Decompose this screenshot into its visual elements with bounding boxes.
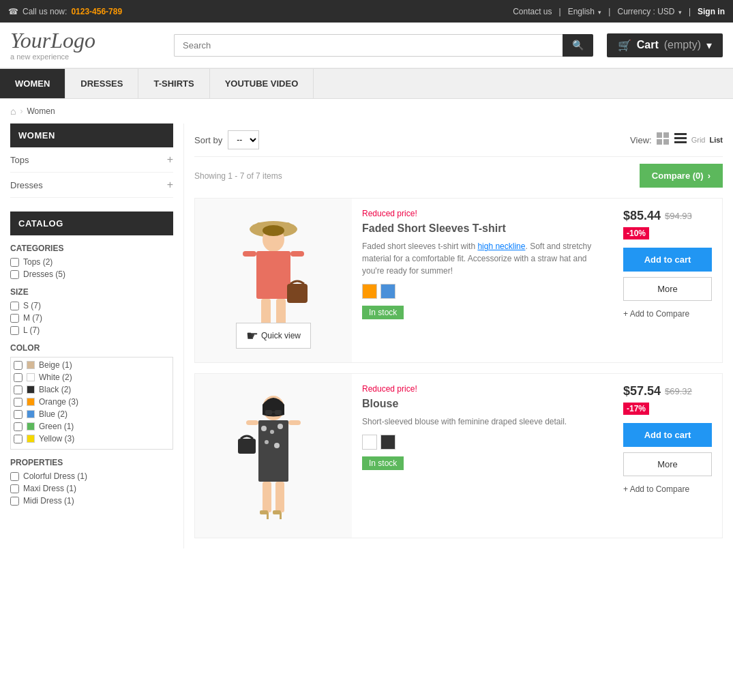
cart-button[interactable]: 🛒 Cart (empty) ▾ xyxy=(607,33,723,57)
sidebar-item-dresses[interactable]: Dresses + xyxy=(10,173,173,198)
filter-size-s-checkbox[interactable] xyxy=(10,302,19,310)
properties-group: Colorful Dress (1) Maxi Dress (1) Midi D… xyxy=(10,471,173,506)
green-swatch xyxy=(27,422,35,431)
main-nav: WOMEN DRESSES T-SHIRTS YOUTUBE VIDEO xyxy=(0,68,733,99)
svg-point-26 xyxy=(278,424,283,429)
add-to-cart-button-1[interactable]: Add to cart xyxy=(623,248,712,272)
filter-size-m-checkbox[interactable] xyxy=(10,314,19,323)
property-maxi-checkbox[interactable] xyxy=(10,484,19,493)
properties-label: Properties xyxy=(10,458,173,467)
property-colorful[interactable]: Colorful Dress (1) xyxy=(10,471,173,481)
result-info: Showing 1 - 7 of 7 items Compare (0) › xyxy=(194,164,723,188)
filter-color-beige-checkbox[interactable] xyxy=(14,361,23,370)
grid-icon xyxy=(656,132,670,145)
product-image-wrap-2[interactable] xyxy=(195,374,352,538)
search-button[interactable]: 🔍 xyxy=(563,34,593,57)
filter-color-beige[interactable]: Beige (1) xyxy=(14,360,170,370)
nav-item-women[interactable]: WOMEN xyxy=(0,69,65,98)
filter-color-orange-checkbox[interactable] xyxy=(14,398,23,407)
yellow-swatch xyxy=(27,435,35,443)
filter-tops-checkbox[interactable] xyxy=(10,258,19,267)
price-area-1: $85.44 $94.93 -10% xyxy=(623,209,712,239)
view-grid-button[interactable] xyxy=(656,132,670,149)
svg-rect-20 xyxy=(265,410,272,415)
filter-tops[interactable]: Tops (2) xyxy=(10,257,173,267)
sidebar: WOMEN Tops + Dresses + CATALOG Categorie… xyxy=(0,123,184,549)
add-to-cart-button-2[interactable]: Add to cart xyxy=(623,423,712,447)
product-image-wrap-1[interactable]: ☛ Quick view xyxy=(195,199,352,362)
filter-color-yellow-checkbox[interactable] xyxy=(14,435,23,443)
nav-item-youtube[interactable]: YOUTUBE VIDEO xyxy=(210,69,314,98)
filter-size-m[interactable]: M (7) xyxy=(10,313,173,323)
filter-color-black[interactable]: Black (2) xyxy=(14,385,170,394)
in-stock-badge-2: In stock xyxy=(362,456,404,470)
desc-link-1[interactable]: high neckline xyxy=(477,242,525,251)
svg-rect-4 xyxy=(674,133,687,135)
swatch-blue-1[interactable] xyxy=(380,284,395,299)
hand-icon: ☛ xyxy=(246,327,258,344)
product-name-1[interactable]: Faded Short Sleeves T-shirt xyxy=(362,222,603,235)
sidebar-item-tops[interactable]: Tops + xyxy=(10,147,173,173)
property-maxi[interactable]: Maxi Dress (1) xyxy=(10,484,173,493)
filter-size-label: Size xyxy=(10,287,173,297)
black-swatch xyxy=(27,385,35,394)
search-input[interactable] xyxy=(174,34,563,57)
language-selector[interactable]: English ▾ xyxy=(568,7,602,16)
filter-color-white-checkbox[interactable] xyxy=(14,373,23,382)
breadcrumb-home[interactable]: ⌂ xyxy=(10,106,16,117)
swatch-black-2[interactable] xyxy=(380,435,395,450)
add-compare-button-1[interactable]: + Add to Compare xyxy=(623,309,689,319)
contact-link[interactable]: Contact us xyxy=(513,7,552,16)
phone-number[interactable]: 0123-456-789 xyxy=(71,7,122,16)
header: YourLogo a new experience 🔍 🛒 Cart (empt… xyxy=(0,23,733,68)
svg-point-24 xyxy=(261,426,267,431)
swatch-white-2[interactable] xyxy=(362,435,377,450)
filter-size-s[interactable]: S (7) xyxy=(10,301,173,310)
filter-color-blue[interactable]: Blue (2) xyxy=(14,409,170,419)
property-midi[interactable]: Midi Dress (1) xyxy=(10,496,173,506)
signin-link[interactable]: Sign in xyxy=(698,7,725,16)
view-list-button[interactable] xyxy=(674,132,687,149)
search-icon: 🔍 xyxy=(572,40,584,50)
compare-button[interactable]: Compare (0) › xyxy=(640,164,723,188)
property-midi-checkbox[interactable] xyxy=(10,497,19,506)
svg-rect-5 xyxy=(674,137,687,139)
filter-colors-group[interactable]: Beige (1) White (2) Black (2) Orange (3) xyxy=(10,357,173,450)
logo-sub: a new experience xyxy=(10,53,160,61)
reduced-badge-2: Reduced price! xyxy=(362,384,603,394)
more-button-1[interactable]: More xyxy=(623,277,712,301)
svg-point-28 xyxy=(274,443,280,448)
product-desc-1: Faded short sleeves t-shirt with high ne… xyxy=(362,240,603,277)
result-count: Showing 1 - 7 of 7 items xyxy=(194,171,282,181)
add-compare-button-2[interactable]: + Add to Compare xyxy=(623,484,689,494)
filter-color-black-checkbox[interactable] xyxy=(14,385,23,394)
sort-select[interactable]: -- xyxy=(228,130,259,149)
top-bar: ☎ Call us now: 0123-456-789 Contact us |… xyxy=(0,0,733,23)
more-button-2[interactable]: More xyxy=(623,452,712,476)
filter-dresses-checkbox[interactable] xyxy=(10,270,19,279)
product-name-2[interactable]: Blouse xyxy=(362,398,603,410)
compare-chevron-icon: › xyxy=(708,171,710,181)
swatch-orange-1[interactable] xyxy=(362,284,377,299)
quick-view-button-1[interactable]: ☛ Quick view xyxy=(236,323,311,349)
filter-dresses[interactable]: Dresses (5) xyxy=(10,269,173,279)
filter-color-green-checkbox[interactable] xyxy=(14,422,23,431)
filter-color-white[interactable]: White (2) xyxy=(14,373,170,382)
filter-size-l-checkbox[interactable] xyxy=(10,326,19,335)
filter-color-yellow[interactable]: Yellow (3) xyxy=(14,434,170,443)
filter-color-orange[interactable]: Orange (3) xyxy=(14,397,170,407)
top-bar-left: ☎ Call us now: 0123-456-789 xyxy=(8,7,122,16)
product-info-1: Reduced price! Faded Short Sleeves T-shi… xyxy=(352,199,613,362)
svg-rect-13 xyxy=(290,251,304,257)
filter-color-green[interactable]: Green (1) xyxy=(14,422,170,431)
svg-rect-12 xyxy=(243,251,256,257)
filter-size-l[interactable]: L (7) xyxy=(10,325,173,335)
catalog-section: CATALOG Categories Tops (2) Dresses (5) … xyxy=(10,212,173,506)
logo[interactable]: YourLogo a new experience xyxy=(10,29,160,61)
sidebar-women-title: WOMEN xyxy=(10,123,173,147)
nav-item-dresses[interactable]: DRESSES xyxy=(65,69,138,98)
nav-item-tshirts[interactable]: T-SHIRTS xyxy=(138,69,209,98)
property-colorful-checkbox[interactable] xyxy=(10,472,19,481)
filter-color-blue-checkbox[interactable] xyxy=(14,410,23,419)
currency-selector[interactable]: Currency : USD ▾ xyxy=(617,7,681,16)
